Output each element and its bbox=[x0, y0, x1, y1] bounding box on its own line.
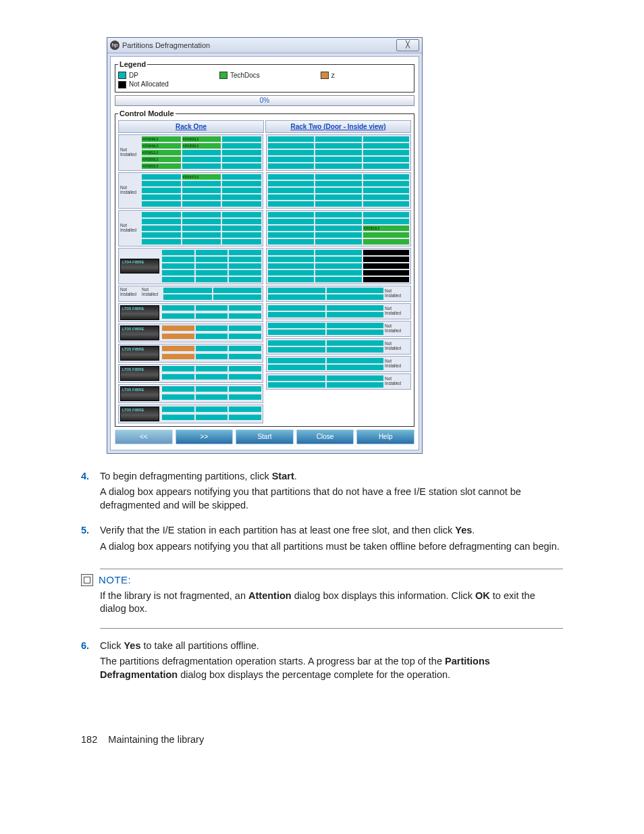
legend-label: Legend bbox=[118, 59, 147, 70]
rack1-mod5: Not Installed Not Installed bbox=[118, 286, 263, 302]
swatch-na-icon bbox=[118, 81, 126, 88]
rack1-drive-row-6: LT05 FIBRE bbox=[118, 405, 263, 423]
close-button[interactable]: Close bbox=[296, 429, 354, 444]
page-number: 182 bbox=[81, 734, 97, 745]
note-icon bbox=[81, 574, 93, 586]
swatch-td-icon bbox=[219, 72, 227, 79]
rack1-drive-row-5: LT05 FIBRE bbox=[118, 384, 263, 403]
window-title: Partitions Defragmentation bbox=[122, 41, 210, 51]
control-module: Control Module Rack One Rack Two (Door -… bbox=[115, 109, 414, 427]
help-button[interactable]: Help bbox=[356, 429, 414, 444]
start-button[interactable]: Start bbox=[236, 429, 294, 444]
step-number: 4. bbox=[81, 470, 100, 515]
swatch-z-icon bbox=[321, 72, 329, 79]
hp-logo-icon: hp bbox=[110, 41, 119, 50]
progress-bar: 0% bbox=[115, 95, 414, 106]
page-footer: 182 Maintaining the library bbox=[81, 733, 563, 747]
step-list: 4. To begin defragmenting partitions, cl… bbox=[81, 470, 563, 556]
rack1-drive-row-2: LT05 FIBRE bbox=[118, 323, 263, 342]
rack-two: KR5863L5 Not bbox=[266, 134, 411, 423]
rack1-mod4: LT04 FIBRE bbox=[118, 248, 263, 284]
control-module-label: Control Module bbox=[118, 109, 176, 119]
rack-two-header[interactable]: Rack Two (Door - Inside view) bbox=[265, 120, 411, 134]
note-bottom-rule bbox=[100, 628, 563, 629]
close-button[interactable]: ╳ bbox=[396, 39, 419, 51]
partitions-defrag-dialog: hp Partitions Defragmentation ╳ Legend D… bbox=[107, 37, 423, 454]
rack1-drive-row-1: LT05 FIBRE bbox=[118, 303, 263, 322]
rack1-drive-row-3: LT05 FIBRE bbox=[118, 344, 263, 363]
note-block: NOTE: If the library is not fragmented, … bbox=[81, 573, 563, 616]
prev-button[interactable]: << bbox=[115, 429, 173, 444]
drive-lto4: LT04 FIBRE bbox=[120, 259, 159, 273]
progress-text: 0% bbox=[260, 97, 269, 104]
note-label: NOTE: bbox=[99, 573, 131, 587]
rack-one-header[interactable]: Rack One bbox=[118, 120, 264, 134]
rack1-mod1: Not Installed KR5848L5KR5850L5 KR5849L5K… bbox=[118, 134, 263, 171]
swatch-dp-icon bbox=[118, 72, 126, 79]
section-title: Maintaining the library bbox=[108, 734, 204, 745]
note-top-rule bbox=[100, 569, 563, 569]
rack1-drive-row-4: LT05 FIBRE bbox=[118, 364, 263, 383]
step-number: 6. bbox=[81, 640, 100, 685]
legend-group: Legend DP TechDocs z Not Allocated bbox=[115, 59, 414, 93]
titlebar[interactable]: hp Partitions Defragmentation ╳ bbox=[107, 38, 422, 53]
rack1-mod2: Not Installed KR5847L5 bbox=[118, 172, 263, 209]
next-button[interactable]: >> bbox=[176, 429, 234, 444]
step-number: 5. bbox=[81, 524, 100, 556]
rack1-mod3: Not Installed bbox=[118, 210, 263, 246]
rack-one: Not Installed KR5848L5KR5850L5 KR5849L5K… bbox=[118, 134, 263, 423]
